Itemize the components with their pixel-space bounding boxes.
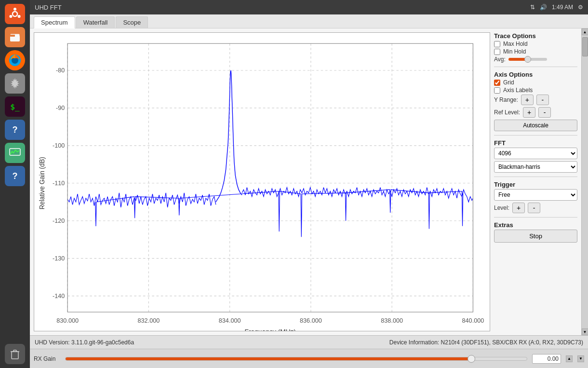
- avg-slider[interactable]: [508, 58, 547, 61]
- trigger-mode-select[interactable]: Free Auto Normal Tag: [494, 189, 577, 201]
- terminal-icon[interactable]: $_: [5, 96, 25, 117]
- ref-level-row: Ref Level: + -: [494, 107, 577, 118]
- fft-size-select[interactable]: 4096 512 1024 2048 8192 16384 32768: [494, 148, 577, 159]
- min-hold-checkbox[interactable]: [494, 49, 500, 55]
- fft-title: FFT: [494, 139, 577, 147]
- chart-container: Relative Gain (dB): [30, 28, 492, 335]
- divider-3: [494, 177, 577, 177]
- svg-text:-110: -110: [53, 180, 65, 187]
- tabs: Spectrum Waterfall Scope: [30, 14, 588, 28]
- rx-gain-track[interactable]: [65, 357, 527, 361]
- rx-gain-thumb[interactable]: [468, 355, 475, 363]
- min-hold-row: Min Hold: [494, 48, 577, 55]
- axis-options-title: Axis Options: [494, 71, 577, 78]
- svg-rect-17: [34, 33, 490, 331]
- clock: 1:49 AM: [552, 4, 573, 11]
- tab-waterfall[interactable]: Waterfall: [76, 16, 115, 28]
- axis-labels-row: Axis Labels: [494, 87, 577, 94]
- y-range-row: Y Range: + -: [494, 95, 577, 105]
- scrollbar: ▲ ▼: [581, 28, 588, 335]
- trace-options-section: Trace Options Max Hold Min Hold Avg:: [494, 32, 577, 63]
- max-hold-checkbox[interactable]: [494, 41, 500, 47]
- scroll-down-button[interactable]: ▼: [582, 328, 588, 335]
- extras-title: Extras: [494, 221, 577, 229]
- autoscale-button[interactable]: Autoscale: [494, 120, 577, 131]
- trigger-section: Trigger Free Auto Normal Tag Level: + -: [494, 181, 577, 213]
- trigger-title: Trigger: [494, 181, 577, 188]
- svg-text:-120: -120: [53, 218, 65, 224]
- scroll-up-button[interactable]: ▲: [582, 28, 588, 35]
- y-range-plus-button[interactable]: +: [521, 95, 534, 105]
- svg-point-4: [9, 15, 12, 18]
- gear-icon[interactable]: ⚙: [578, 4, 583, 11]
- network-icon: ⇅: [530, 4, 535, 11]
- grid-checkbox[interactable]: [494, 80, 500, 86]
- fft-window-select[interactable]: Blackman-harris Hamming Hann Blackman Re…: [494, 161, 577, 173]
- min-hold-label: Min Hold: [503, 48, 526, 55]
- svg-text:832.000: 832.000: [138, 317, 160, 324]
- svg-rect-7: [10, 35, 15, 37]
- y-range-minus-button[interactable]: -: [536, 95, 549, 105]
- content: Relative Gain (dB): [30, 28, 588, 335]
- extras-section: Extras Stop: [494, 221, 577, 243]
- divider-2: [494, 135, 577, 136]
- divider-4: [494, 217, 577, 218]
- divider-1: [494, 67, 577, 67]
- svg-text:-100: -100: [53, 142, 65, 149]
- status-bar: UHD Version: 3.11.0.git-96-ga0c5ed6a Dev…: [30, 335, 588, 349]
- svg-text:-140: -140: [53, 293, 65, 300]
- svg-text:834.000: 834.000: [219, 317, 241, 324]
- level-minus-button[interactable]: -: [528, 203, 540, 213]
- firefox-icon[interactable]: [5, 50, 25, 70]
- files-icon[interactable]: [5, 27, 25, 47]
- topbar-right: ⇅ 🔊 1:49 AM ⚙: [530, 4, 583, 11]
- main-area: UHD FFT ⇅ 🔊 1:49 AM ⚙ Spectrum Waterfall…: [30, 0, 588, 368]
- axis-labels-label: Axis Labels: [503, 87, 533, 94]
- rx-gain-label: RX Gain: [34, 355, 60, 362]
- rx-gain-bar: RX Gain 0.00 ▲ ▼: [30, 349, 588, 368]
- svg-text:-130: -130: [53, 255, 65, 262]
- y-range-label: Y Range:: [494, 96, 518, 103]
- svg-text:840.000: 840.000: [462, 317, 484, 324]
- svg-text:830.000: 830.000: [56, 317, 79, 324]
- help2-icon[interactable]: ?: [5, 166, 25, 186]
- scroll-thumb[interactable]: [582, 37, 588, 56]
- taskbar: $_ ? ?: [0, 0, 30, 368]
- axis-labels-checkbox[interactable]: [494, 87, 500, 94]
- app-window: Spectrum Waterfall Scope Relative Gain (…: [30, 14, 588, 368]
- help-icon[interactable]: ?: [5, 120, 25, 140]
- trace-options-title: Trace Options: [494, 32, 577, 40]
- avg-label: Avg:: [494, 56, 506, 63]
- ref-level-minus-button[interactable]: -: [538, 107, 551, 118]
- topbar: UHD FFT ⇅ 🔊 1:49 AM ⚙: [30, 0, 588, 14]
- axis-options-section: Axis Options Grid Axis Labels Y Range: +…: [494, 71, 577, 131]
- level-row: Level: + -: [494, 203, 577, 213]
- svg-text:Frequency (MHz): Frequency (MHz): [244, 328, 296, 331]
- level-plus-button[interactable]: +: [512, 203, 525, 213]
- volume-icon: 🔊: [540, 4, 547, 11]
- avg-row: Avg:: [494, 56, 577, 63]
- max-hold-label: Max Hold: [503, 41, 528, 47]
- svg-text:Relative Gain (dB): Relative Gain (dB): [39, 157, 46, 209]
- svg-text:-80: -80: [56, 68, 65, 74]
- right-panel: Trace Options Max Hold Min Hold Avg:: [492, 28, 581, 335]
- svg-rect-12: [12, 352, 18, 359]
- level-label: Level:: [494, 204, 509, 211]
- monitor-icon[interactable]: [5, 143, 25, 163]
- grid-label: Grid: [503, 79, 514, 86]
- rx-gain-scroll-down[interactable]: ▼: [577, 355, 584, 362]
- ref-level-label: Ref Level:: [494, 109, 520, 116]
- ref-level-plus-button[interactable]: +: [523, 107, 535, 118]
- chart-area: Relative Gain (dB): [34, 32, 490, 331]
- ubuntu-icon[interactable]: [5, 4, 25, 24]
- trash-icon[interactable]: [5, 344, 25, 364]
- tab-scope[interactable]: Scope: [116, 16, 148, 28]
- rx-gain-value: 0.00: [532, 354, 561, 364]
- stop-button[interactable]: Stop: [494, 230, 577, 243]
- window-title: UHD FFT: [35, 4, 62, 11]
- svg-text:836.000: 836.000: [300, 317, 322, 324]
- settings-icon[interactable]: [5, 73, 25, 94]
- tab-spectrum[interactable]: Spectrum: [34, 16, 75, 28]
- rx-gain-scroll-up[interactable]: ▲: [566, 355, 573, 362]
- status-right: Device Information: N210r4 (30DF151), SB…: [389, 339, 583, 346]
